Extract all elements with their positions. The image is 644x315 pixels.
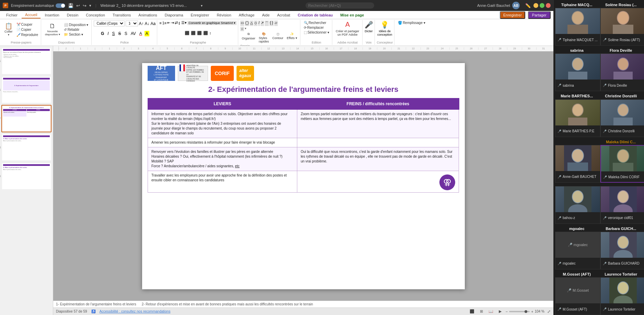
slide-thumb-55[interactable]: 55 Retour sur nos actions à l'issue des … <box>1 47 51 75</box>
couper-button[interactable]: ✂️ Couper <box>15 22 39 27</box>
undo-icon[interactable]: ↩ <box>76 3 80 8</box>
video-cell-4[interactable]: 🎤 Flora Deville <box>600 53 644 91</box>
italic-button[interactable]: I <box>106 31 110 36</box>
quick-access-icon[interactable]: ▾ <box>89 3 91 8</box>
justify-button[interactable]: ⬛ <box>203 31 208 35</box>
autosave-toggle[interactable]: Enregistrement automatique <box>11 3 65 8</box>
tab-accueil[interactable]: Accueil <box>22 12 41 19</box>
remplissage-button[interactable]: 🪣 Remplissage ▾ <box>396 21 427 25</box>
numbering-button[interactable]: 1≡ <box>162 21 167 25</box>
video-cell-12[interactable]: 🎤 Barbara GUICHARD <box>600 232 644 269</box>
retablir-button[interactable]: ↺ Rétablir <box>62 27 90 32</box>
normal-view-button[interactable]: ⬛ <box>468 309 476 314</box>
save-icon[interactable]: 💾 <box>68 3 73 8</box>
video-cell-2[interactable]: 🎤 Solène Rosiau (AFT) <box>600 8 644 46</box>
nouvelle-diapositive-button[interactable]: 🗋 Nouvelle diapositive ▾ <box>43 21 62 38</box>
clear-format-icon[interactable]: Aa <box>151 21 156 26</box>
contour-button[interactable]: ◻Contour <box>271 32 285 44</box>
video-cell-8[interactable]: 🎤 Maleka Dilmi CORIF <box>600 145 644 183</box>
zoom-out-button[interactable]: − <box>506 310 508 314</box>
smartart-button[interactable]: Convertir en graphique SmartArt ▾ <box>187 21 237 25</box>
autosave-track[interactable] <box>56 3 65 8</box>
decrease-indent-button[interactable]: ⇤ <box>167 21 170 25</box>
reproduire-button[interactable]: 🖌️ Reproduire <box>15 33 39 37</box>
tab-affichage[interactable]: Affichage <box>235 12 258 18</box>
tab-animations[interactable]: Animations <box>135 12 160 18</box>
tab-aide[interactable]: Aide <box>258 12 273 18</box>
tab-diaporama[interactable]: Diaporama <box>161 12 187 18</box>
decrease-font-icon[interactable]: A↓ <box>145 21 150 26</box>
align-right-button[interactable]: ⬛ <box>197 31 202 35</box>
video-cell-9[interactable]: 🎤 bahou-z <box>555 186 600 224</box>
share-button[interactable]: Partager <box>528 11 551 19</box>
creer-pdf-button[interactable]: Créer et partagerun PDF Adobe <box>334 29 361 37</box>
effets-button[interactable]: ✨Effets ▾ <box>285 32 298 44</box>
video-cell-13[interactable]: 🎤 M.Gosset 🎤 M.Gosset (AFT) <box>555 277 600 315</box>
register-button[interactable]: Enregistrer <box>500 11 525 19</box>
bullets-button[interactable]: ≡ <box>159 21 161 25</box>
close-button[interactable] <box>546 3 551 8</box>
video-cell-1[interactable]: 🎤 Tiphaine MACQUET ... <box>555 8 600 46</box>
tab-insertion[interactable]: Insertion <box>41 12 62 18</box>
dropdown-icon[interactable]: ▾ <box>201 4 203 8</box>
underline-button[interactable]: S <box>111 31 116 36</box>
font-size-select[interactable]: 16 <box>126 21 138 26</box>
font-color-button[interactable]: A <box>138 31 143 36</box>
increase-font-icon[interactable]: A↑ <box>139 21 144 26</box>
organiser-button[interactable]: ⧉Organiser <box>240 32 257 44</box>
reading-view-button[interactable]: 📖 <box>487 309 495 314</box>
redo-icon[interactable]: ↪ <box>83 3 87 8</box>
tab-fichier[interactable]: Fichier <box>3 12 21 18</box>
line-spacing-button[interactable]: ↕ <box>209 31 211 35</box>
tab-revision[interactable]: Révision <box>213 12 234 18</box>
rechercher-button[interactable]: 🔍 Rechercher <box>302 21 331 25</box>
tab-mise-en-page[interactable]: Mise en page <box>337 12 367 18</box>
search-input[interactable] <box>306 2 374 9</box>
highlight-button[interactable]: A <box>145 31 149 36</box>
tab-dessin[interactable]: Dessin <box>64 12 82 18</box>
section-button[interactable]: 📁 Section ▾ <box>62 32 90 37</box>
video-cell-6[interactable]: 🎤 Christine Donzelli <box>600 99 644 137</box>
char-spacing-button[interactable]: AV <box>130 31 137 36</box>
slide-thumb-56[interactable]: 56 2- Expérimentation de l'argumentaire … <box>1 76 51 104</box>
increase-indent-button[interactable]: ⇥ <box>171 21 174 25</box>
styles-rapides-button[interactable]: 🎨Stylesrapides <box>257 32 271 44</box>
zoom-slider[interactable] <box>509 311 530 312</box>
video-cell-3[interactable]: 🎤 sabrina <box>555 53 600 91</box>
bold-button[interactable]: G <box>100 31 105 36</box>
video-cell-7[interactable]: 🎤 Anne-Gaël BAUCHET <box>555 145 600 183</box>
sorter-view-button[interactable]: ⊞ <box>479 309 484 314</box>
align-center-button[interactable]: ⬛ <box>191 31 196 35</box>
shadow-button[interactable]: S <box>124 31 128 36</box>
strikethrough-button[interactable]: S <box>117 31 122 36</box>
align-text-button[interactable]: ☰▾ <box>181 21 187 25</box>
maximize-button[interactable] <box>540 3 544 8</box>
slide-canvas[interactable]: AFT DÉVELOPPERL'ATTRACTIVITÉ TRANSPORTET… <box>142 63 465 289</box>
remplacer-button[interactable]: ⟳ Remplacer <box>302 25 331 30</box>
fit-slide-button[interactable]: ⤢ <box>547 309 551 314</box>
zoom-control[interactable]: − + 104 % <box>506 310 544 314</box>
tab-transitions[interactable]: Transitions <box>109 12 134 18</box>
zoom-in-button[interactable]: + <box>531 310 533 314</box>
tab-conception[interactable]: Conception <box>82 12 108 18</box>
slide-thumb-59[interactable]: 59 3- Bilan et préconisations des suites… <box>1 162 51 190</box>
video-cell-10[interactable]: 🎤 veronique cidf01 <box>600 186 644 224</box>
font-family-select[interactable]: Calibri (Corps) <box>94 21 125 26</box>
video-cell-11[interactable]: 🎤 mgoalec 🎤 mgoalec <box>555 232 600 269</box>
copier-button[interactable]: 📄 Copier <box>15 27 39 32</box>
coller-button[interactable]: 📋 Coller ▾ <box>3 21 14 38</box>
disposition-button[interactable]: ⬜ Disposition ▾ <box>62 23 90 27</box>
align-left-button[interactable]: ⬛ <box>185 31 189 35</box>
edit-icon[interactable]: ✏️ <box>525 3 531 8</box>
slide-thumb-57[interactable]: 57 2- Expérimentation de l'argumentaire … <box>1 105 51 132</box>
video-cell-5[interactable]: 🎤 Marie BARTHES P.E <box>555 99 600 137</box>
slideshow-view-button[interactable]: ▶ <box>497 309 503 314</box>
video-cell-14[interactable]: 🎤 Laurence Tortelier <box>600 277 644 315</box>
tab-enregistrer[interactable]: Enregistrer <box>187 12 213 18</box>
text-columns-button[interactable]: ⫿ <box>179 21 181 25</box>
selectionner-button[interactable]: ⬚ Sélectionner ▾ <box>302 30 331 35</box>
text-direction-button[interactable]: ⇄ <box>175 21 178 25</box>
tab-creation-tableau[interactable]: Création de tableau <box>294 12 336 18</box>
tab-acrobat[interactable]: Acrobat <box>274 12 294 18</box>
window-controls[interactable] <box>533 3 551 8</box>
